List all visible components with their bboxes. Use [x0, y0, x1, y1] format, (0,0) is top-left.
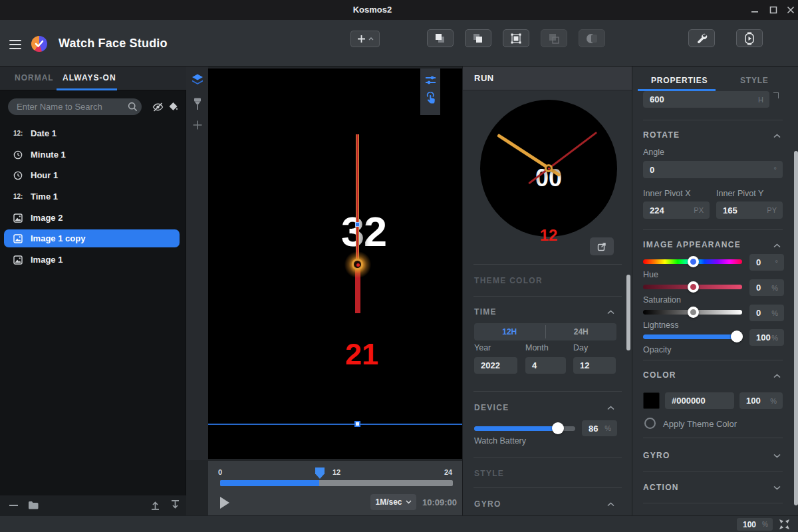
layer-row-time-1[interactable]: 12: Time 1 [4, 188, 180, 205]
layers-view-icon[interactable] [192, 74, 203, 85]
layer-row-image-1-copy[interactable]: Image 1 copy [4, 229, 180, 247]
pivot-x-input[interactable]: 224 PX [643, 201, 710, 219]
wrench-icon [696, 33, 708, 45]
toggle-12h[interactable]: 12H [474, 323, 545, 340]
year-input[interactable]: 2022 [474, 357, 517, 374]
theme-color-section: THEME COLOR [474, 276, 543, 285]
menu-icon[interactable] [9, 37, 21, 52]
pin-icon[interactable] [194, 98, 201, 110]
play-button[interactable] [220, 497, 229, 509]
touch-mode-icon[interactable] [425, 92, 436, 104]
image-icon [13, 234, 31, 243]
eye-off-icon[interactable] [152, 102, 164, 112]
timeline-track[interactable] [220, 480, 453, 486]
rotate-section: ROTATE [643, 130, 680, 140]
add-component-button[interactable] [350, 31, 380, 47]
rotate-collapse-icon[interactable] [773, 134, 781, 138]
tab-normal[interactable]: NORMAL [15, 73, 54, 82]
mask-icon [585, 32, 598, 45]
ungroup-icon [547, 32, 561, 45]
forward-button[interactable] [427, 29, 454, 47]
lightness-knob[interactable] [688, 307, 699, 318]
month-input[interactable]: 4 [525, 357, 566, 374]
image-appearance-section: IMAGE APPEARANCE [643, 240, 741, 249]
search-input[interactable] [8, 98, 142, 115]
fit-to-screen-icon[interactable] [779, 519, 790, 530]
gyro-collapse-icon[interactable] [607, 502, 614, 507]
toggle-24h[interactable]: 24H [546, 323, 617, 340]
run-panel: RUN 00 12 THEME COLOR TIME 12H 24H Year … [462, 66, 632, 515]
gyro-expand-icon[interactable] [773, 454, 781, 458]
hex-input[interactable]: #000000 [665, 392, 734, 409]
selection-bottom-handle[interactable] [354, 421, 360, 427]
selection-center-handle[interactable] [355, 222, 360, 227]
image-appearance-collapse-icon[interactable] [773, 243, 781, 248]
opacity-knob[interactable] [731, 331, 743, 342]
run-on-device-button[interactable] [736, 29, 763, 47]
layer-row-minute-1[interactable]: Minute 1 [4, 146, 180, 164]
layer-row-image-1[interactable]: Image 1 [4, 251, 180, 269]
group-button[interactable] [503, 29, 529, 47]
import-icon[interactable] [150, 500, 160, 510]
timeline-end-label: 24 [444, 468, 452, 476]
chevron-up-small-icon [368, 37, 374, 41]
link-dimensions-icon[interactable] [773, 92, 779, 98]
lightness-value-box[interactable]: 0 % [749, 305, 784, 321]
search-icon[interactable] [128, 102, 138, 112]
paint-bucket-icon[interactable] [168, 102, 180, 112]
device-collapse-icon[interactable] [607, 406, 614, 410]
height-value: 600 [650, 94, 664, 104]
saturation-value-box[interactable]: 0 % [749, 279, 784, 296]
apply-theme-radio[interactable] [644, 418, 656, 429]
color-swatch[interactable] [643, 392, 660, 409]
properties-scrollbar[interactable] [794, 151, 798, 505]
layer-label: Minute 1 [31, 150, 66, 160]
timeline-playhead[interactable] [315, 467, 325, 479]
divider [643, 503, 783, 503]
run-panel-scrollbar[interactable] [626, 275, 630, 350]
color-alpha-box[interactable]: 100 % [739, 392, 783, 409]
backward-button[interactable] [465, 29, 491, 47]
zoom-level-box[interactable]: 100 % [737, 518, 773, 531]
day-input[interactable]: 12 [573, 357, 616, 374]
add-guide-icon[interactable] [193, 120, 202, 130]
gyro-properties-section: GYRO [643, 451, 670, 460]
run-title: RUN [474, 73, 494, 83]
height-input[interactable]: 600 H [643, 91, 769, 108]
date-field-icon: 12: [13, 193, 31, 200]
left-tabs-bar: NORMAL ALWAYS-ON [0, 66, 186, 90]
hue-value-box[interactable]: 0 ° [749, 254, 784, 271]
layer-row-image-2[interactable]: Image 2 [4, 209, 180, 227]
run-header: RUN [463, 66, 632, 90]
color-collapse-icon[interactable] [773, 374, 781, 378]
watchface-canvas[interactable]: 32 21 [208, 68, 462, 459]
window-title: Kosmos2 [0, 0, 745, 20]
folder-icon[interactable] [28, 501, 39, 509]
speed-dropdown[interactable]: 1M/sec [370, 494, 416, 510]
battery-value-box[interactable]: 86 % [582, 420, 617, 436]
pivot-y-input[interactable]: 165 PY [716, 201, 783, 219]
time-collapse-icon[interactable] [607, 310, 614, 315]
canvas-settings-icon[interactable] [425, 75, 436, 85]
action-expand-icon[interactable] [773, 485, 781, 490]
opacity-value-box[interactable]: 100 % [749, 329, 784, 346]
remove-layer-icon[interactable] [9, 504, 18, 507]
tab-style[interactable]: STYLE [740, 76, 769, 85]
saturation-knob[interactable] [688, 281, 699, 293]
minimize-icon[interactable] [747, 3, 762, 17]
close-icon[interactable] [783, 3, 798, 17]
build-button[interactable] [688, 29, 715, 47]
maximize-icon[interactable] [766, 3, 781, 17]
battery-slider-knob[interactable] [552, 422, 564, 434]
tab-properties[interactable]: PROPERTIES [651, 76, 708, 85]
tab-always-on[interactable]: ALWAYS-ON [63, 73, 116, 82]
export-layers-icon[interactable] [170, 500, 180, 510]
opacity-slider[interactable] [643, 334, 742, 339]
open-preview-button[interactable] [590, 237, 614, 255]
layer-row-hour-1[interactable]: Hour 1 [4, 166, 180, 184]
angle-input[interactable]: 0 ° [643, 161, 783, 178]
hue-knob[interactable] [688, 256, 699, 267]
layer-row-date-1[interactable]: 12: Date 1 [4, 124, 180, 142]
timeline: 0 12 24 1M/sec 10:09:00 [208, 461, 462, 515]
divider [473, 264, 622, 265]
